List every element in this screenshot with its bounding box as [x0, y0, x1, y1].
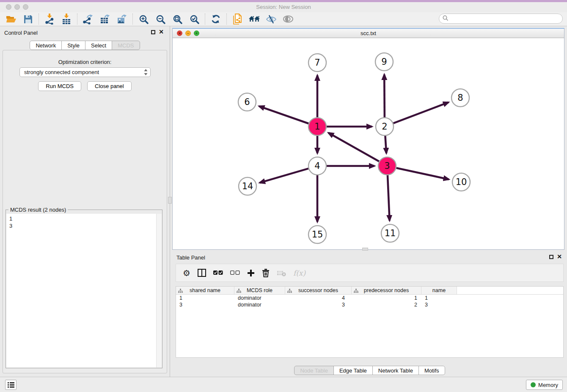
table-cell[interactable]: 3 — [176, 301, 234, 308]
close-table-panel-icon[interactable]: ✕ — [557, 253, 562, 260]
hierarchy-icon — [178, 288, 183, 294]
close-panel-icon[interactable]: ✕ — [159, 28, 164, 35]
table-panel: Table Panel ✕ ⚙ f(x) shared nameMCDS rol… — [172, 252, 567, 377]
node-label-15: 15 — [312, 229, 323, 240]
select-all-rows-icon[interactable] — [213, 271, 223, 275]
save-session-icon[interactable] — [19, 13, 36, 25]
search-input[interactable] — [448, 14, 562, 23]
table-cell[interactable]: 2 — [352, 301, 421, 308]
search-field[interactable] — [439, 14, 563, 24]
control-panel-tabbar: NetworkStyleSelectMCDS — [0, 41, 170, 50]
column-header-label: MCDS role — [247, 287, 272, 293]
tab-edge-table[interactable]: Edge Table — [333, 366, 373, 375]
column-header-label: name — [432, 287, 446, 293]
table-cell[interactable]: 3 — [285, 301, 352, 308]
tab-motifs[interactable]: Motifs — [418, 366, 445, 375]
column-header-predecessor-nodes[interactable]: predecessor nodes — [352, 287, 421, 294]
column-header-successor-nodes[interactable]: successor nodes — [285, 287, 352, 294]
zoom-in-icon[interactable] — [135, 13, 152, 25]
zoom-fit-icon[interactable] — [169, 13, 186, 25]
zoom-selected-icon[interactable] — [186, 13, 203, 25]
run-mcds-button[interactable]: Run MCDS — [38, 81, 81, 91]
criterion-select[interactable]: strongly connected component — [19, 67, 151, 77]
list-icon — [8, 382, 14, 388]
optimization-criterion-label: Optimization criterion: — [3, 59, 167, 65]
table-cell[interactable]: 3 — [421, 301, 457, 308]
tab-network-table[interactable]: Network Table — [372, 366, 419, 375]
delete-table-icon[interactable] — [277, 270, 286, 276]
hide-selected-icon[interactable] — [263, 13, 280, 25]
home-icon[interactable] — [246, 13, 263, 25]
table-row[interactable]: 1dominator411 — [176, 295, 563, 301]
table-cell[interactable]: 1 — [421, 295, 457, 301]
table-cell[interactable]: 1 — [176, 295, 234, 301]
memory-button[interactable]: Memory — [526, 380, 563, 390]
control-panel-title: Control Panel — [4, 30, 38, 36]
import-table-icon[interactable] — [58, 13, 75, 25]
show-all-icon[interactable] — [280, 13, 297, 25]
hierarchy-icon — [237, 288, 241, 294]
header-filler — [457, 287, 563, 294]
edge-2-9[interactable] — [384, 75, 385, 117]
window-title: Session: New Session — [0, 4, 567, 10]
edge-2-8[interactable] — [394, 102, 449, 124]
open-session-icon[interactable] — [3, 13, 19, 25]
edge-3-10[interactable] — [396, 168, 449, 179]
table-row[interactable]: 3dominator323 — [176, 301, 563, 308]
show-columns-icon[interactable] — [198, 269, 206, 277]
apply-layout-icon[interactable] — [207, 13, 224, 25]
deselect-all-rows-icon[interactable] — [230, 271, 240, 275]
tab-node-table[interactable]: Node Table — [294, 366, 334, 375]
edge-1-6[interactable] — [259, 106, 308, 124]
tab-style[interactable]: Style — [61, 41, 85, 50]
add-column-icon[interactable] — [247, 269, 255, 277]
edge-3-11[interactable] — [388, 175, 390, 221]
float-table-panel-icon[interactable] — [549, 255, 553, 259]
table-options-icon[interactable]: ⚙ — [183, 269, 190, 277]
task-history-button[interactable] — [5, 380, 17, 390]
row-filler — [457, 301, 563, 308]
apply-function-icon[interactable]: f(x) — [293, 269, 306, 277]
close-panel-button[interactable]: Close panel — [87, 81, 132, 91]
node-label-10: 10 — [456, 177, 467, 187]
table-toolbar: ⚙ f(x) — [176, 264, 564, 282]
table-cell[interactable]: 1 — [352, 295, 421, 301]
result-scrollbar[interactable] — [156, 214, 162, 367]
hierarchy-icon — [354, 288, 358, 294]
table-panel-title: Table Panel — [176, 254, 205, 261]
network-window-titlebar[interactable]: ✕ − + scc.txt — [173, 29, 564, 38]
column-header-name[interactable]: name — [421, 287, 457, 294]
export-table-icon[interactable] — [96, 13, 113, 25]
column-header-mcds-role[interactable]: MCDS role — [234, 287, 285, 294]
edge-3-1[interactable] — [328, 133, 379, 161]
mcds-result-group: MCDS result (2 nodes) 1 3 — [6, 210, 162, 368]
column-header-shared-name[interactable]: shared name — [176, 287, 234, 294]
table-cell[interactable]: dominator — [234, 301, 285, 308]
hierarchy-icon — [287, 288, 292, 294]
tab-select[interactable]: Select — [85, 41, 112, 50]
mcds-result-title: MCDS result (2 nodes) — [8, 207, 68, 213]
control-panel: Control Panel ✕ NetworkStyleSelectMCDS O… — [0, 26, 170, 377]
table-cell[interactable]: dominator — [234, 295, 285, 301]
memory-label: Memory — [538, 382, 558, 388]
delete-columns-icon[interactable] — [262, 268, 270, 277]
table-cell[interactable]: 4 — [285, 295, 352, 301]
zoom-out-icon[interactable] — [152, 13, 169, 25]
panel-splitter-handle[interactable] — [168, 197, 172, 204]
import-network-icon[interactable] — [41, 13, 58, 25]
mcds-result-text[interactable]: 1 3 — [6, 214, 156, 367]
new-network-from-selection-icon[interactable] — [229, 13, 246, 25]
float-panel-icon[interactable] — [151, 30, 155, 34]
canvas-splitter-handle[interactable] — [362, 248, 368, 251]
export-network-icon[interactable] — [80, 13, 96, 25]
edge-4-14[interactable] — [260, 168, 308, 182]
toolbar-separator — [77, 14, 77, 25]
tab-mcds[interactable]: MCDS — [112, 41, 140, 50]
tab-network[interactable]: Network — [30, 41, 62, 50]
table-body: 1dominator4113dominator323 — [176, 295, 563, 308]
edge-2-3[interactable] — [385, 136, 386, 153]
export-image-icon[interactable] — [113, 13, 130, 25]
table-tabbar: Node TableEdge TableNetwork TableMotifs — [172, 366, 567, 375]
node-label-14: 14 — [242, 181, 253, 191]
network-canvas[interactable]: 7968124314101511 — [173, 39, 564, 249]
